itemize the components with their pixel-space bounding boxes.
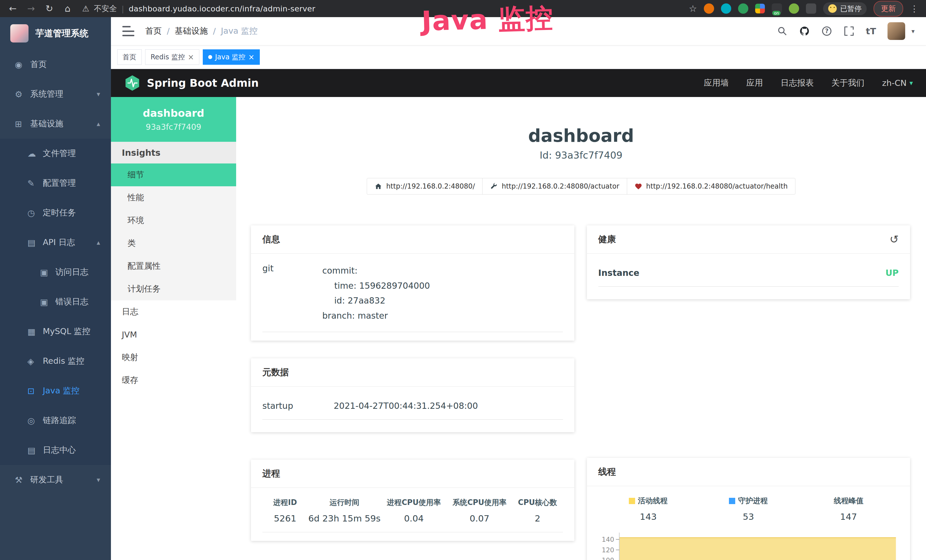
- edit-icon: ✎: [27, 178, 43, 188]
- sidebar-item-mysql-monitor[interactable]: ▦ MySQL 监控: [0, 317, 111, 346]
- extension-icon[interactable]: [738, 3, 748, 14]
- app-logo[interactable]: 芋道管理系统: [0, 17, 111, 50]
- sidebar-item-file-management[interactable]: ☁ 文件管理: [0, 139, 111, 168]
- sidebar-item-dev-tools[interactable]: ⚒ 研发工具 ▾: [0, 465, 111, 495]
- chevron-down-icon[interactable]: ▾: [911, 28, 915, 35]
- sidebar-item-access-logs[interactable]: ▣ 访问日志: [0, 257, 111, 287]
- reload-icon[interactable]: ↻: [44, 3, 55, 14]
- ytick-120: 120: [602, 546, 614, 554]
- browser-menu-icon[interactable]: ⋮: [910, 4, 918, 14]
- breadcrumb-infrastructure[interactable]: 基础设施: [175, 26, 208, 37]
- search-icon[interactable]: [777, 26, 788, 36]
- extension-icon[interactable]: on: [772, 3, 782, 14]
- git-id-line: id: 27aa832: [322, 293, 563, 309]
- profile-paused-badge[interactable]: 已暂停: [823, 2, 867, 15]
- database-icon: ▦: [27, 327, 43, 337]
- instance-name: dashboard: [143, 107, 204, 119]
- extension-icon[interactable]: [789, 3, 799, 14]
- svg-text:?: ?: [825, 27, 828, 35]
- security-label[interactable]: 不安全: [94, 3, 117, 14]
- tab-redis-monitor[interactable]: Redis 监控 ×: [145, 49, 199, 65]
- chevron-down-icon: ▾: [97, 90, 100, 98]
- metadata-card: 元数据 startup 2021-04-27T00:44:31.254+08:0…: [251, 358, 574, 432]
- stat-pid: 进程ID 5261: [262, 498, 308, 524]
- daemon-threads-swatch: [729, 498, 735, 504]
- sidebar-item-api-logs[interactable]: ▤ API 日志 ▴: [0, 228, 111, 257]
- sidebar-item-error-logs[interactable]: ▣ 错误日志: [0, 287, 111, 317]
- sba-item-metrics[interactable]: 性能: [111, 186, 236, 209]
- back-icon[interactable]: ←: [8, 3, 18, 14]
- forward-icon[interactable]: →: [26, 3, 36, 14]
- sba-nav-wallboard[interactable]: 应用墙: [704, 77, 729, 89]
- sidebar-item-java-monitor[interactable]: ⊡ Java 监控: [0, 376, 111, 406]
- sidebar-item-config-management[interactable]: ✎ 配置管理: [0, 168, 111, 198]
- history-icon[interactable]: ↺: [890, 233, 899, 246]
- sba-nav-about[interactable]: 关于我们: [831, 77, 864, 89]
- breadcrumb-home[interactable]: 首页: [145, 26, 162, 37]
- git-commit-line: commit:: [322, 263, 563, 278]
- warning-icon: ⚠: [82, 4, 89, 14]
- java-monitor-icon: ⊡: [27, 386, 43, 396]
- sba-item-caches[interactable]: 缓存: [111, 369, 236, 392]
- instance-id: 93a3fc7f7409: [146, 123, 201, 132]
- puzzle-extensions-icon[interactable]: [806, 3, 816, 14]
- sba-item-logs[interactable]: 日志: [111, 300, 236, 323]
- extension-icon[interactable]: [704, 3, 714, 14]
- close-icon[interactable]: ×: [188, 53, 194, 61]
- sba-navbar: Spring Boot Admin 应用墙 应用 日志报表 关于我们 zh-CN…: [111, 69, 926, 97]
- font-size-icon[interactable]: tT: [866, 26, 876, 36]
- home-icon[interactable]: ⌂: [62, 3, 73, 14]
- dashboard-icon: ◉: [15, 60, 30, 70]
- sidebar-item-log-center[interactable]: ▤ 日志中心: [0, 435, 111, 465]
- tags-view: 首页 Redis 监控 × Java 监控 ×: [111, 45, 926, 69]
- sba-content: dashboard Id: 93a3fc7f7409 http://192.16…: [236, 97, 926, 560]
- instance-home-link[interactable]: http://192.168.0.2:48080/: [367, 178, 483, 195]
- extension-icon[interactable]: [721, 3, 731, 14]
- sidebar-toggle-icon[interactable]: [123, 26, 134, 36]
- sba-item-details[interactable]: 细节: [111, 163, 236, 186]
- help-icon[interactable]: ?: [822, 26, 832, 36]
- address-bar[interactable]: ⚠ 不安全 | dashboard.yudao.iocoder.cn/infra…: [82, 3, 315, 14]
- paused-label: 已暂停: [840, 4, 861, 14]
- instance-links: http://192.168.0.2:48080/ http://192.168…: [236, 178, 926, 195]
- clock-icon: ◷: [27, 208, 43, 218]
- sidebar-item-redis-monitor[interactable]: ◈ Redis 监控: [0, 346, 111, 376]
- close-icon[interactable]: ×: [248, 53, 255, 61]
- sba-nav-journal[interactable]: 日志报表: [781, 77, 814, 89]
- sidebar-item-home[interactable]: ◉ 首页: [0, 50, 111, 79]
- instance-health-link[interactable]: http://192.168.0.2:48080/actuator/health: [627, 178, 795, 195]
- github-icon[interactable]: [799, 26, 810, 36]
- app-header: 首页 / 基础设施 / Java 监控 ? tT ▾: [111, 17, 926, 45]
- sba-item-classes[interactable]: 类: [111, 232, 236, 255]
- tab-home[interactable]: 首页: [117, 49, 142, 65]
- sidebar-item-scheduled-jobs[interactable]: ◷ 定时任务: [0, 198, 111, 228]
- tab-java-monitor[interactable]: Java 监控 ×: [203, 49, 260, 65]
- update-button[interactable]: 更新: [873, 1, 903, 17]
- log-icon: ▤: [27, 238, 43, 248]
- user-avatar[interactable]: [888, 22, 905, 40]
- sba-brand-title: Spring Boot Admin: [147, 77, 259, 89]
- fullscreen-icon[interactable]: [844, 26, 855, 36]
- sidebar-item-system-management[interactable]: ⚙ 系统管理 ▾: [0, 79, 111, 109]
- cards-right-column: 健康 ↺ Instance UP 线程: [587, 226, 910, 560]
- sba-item-environment[interactable]: 环境: [111, 209, 236, 232]
- bookmark-star-icon[interactable]: ☆: [689, 3, 697, 14]
- sba-section-insights: Insights: [111, 142, 236, 163]
- locale-select[interactable]: zh-CN ▾: [882, 78, 913, 88]
- metadata-row-startup: startup 2021-04-27T00:44:31.254+08:00: [262, 401, 563, 420]
- ytick-140: 140: [602, 536, 614, 543]
- instance-actuator-link[interactable]: http://192.168.0.2:48080/actuator: [482, 178, 627, 195]
- url-text[interactable]: dashboard.yudao.iocoder.cn/infra/admin-s…: [129, 4, 315, 13]
- chevron-down-icon: ▾: [909, 79, 913, 87]
- extension-grid-icon[interactable]: [755, 4, 765, 14]
- smiley-avatar-icon: [828, 4, 837, 13]
- sidebar-item-tracing[interactable]: ◎ 链路追踪: [0, 406, 111, 435]
- sba-item-mappings[interactable]: 映射: [111, 346, 236, 369]
- doc-icon: ▣: [40, 297, 55, 307]
- sba-nav: 应用墙 应用 日志报表 关于我们 zh-CN ▾: [704, 77, 913, 89]
- sba-item-jvm[interactable]: JVM: [111, 323, 236, 346]
- sba-item-scheduled-tasks[interactable]: 计划任务: [111, 278, 236, 300]
- sba-nav-applications[interactable]: 应用: [746, 77, 763, 89]
- sba-item-config-props[interactable]: 配置属性: [111, 255, 236, 278]
- sidebar-item-infrastructure[interactable]: ⊞ 基础设施 ▴: [0, 109, 111, 139]
